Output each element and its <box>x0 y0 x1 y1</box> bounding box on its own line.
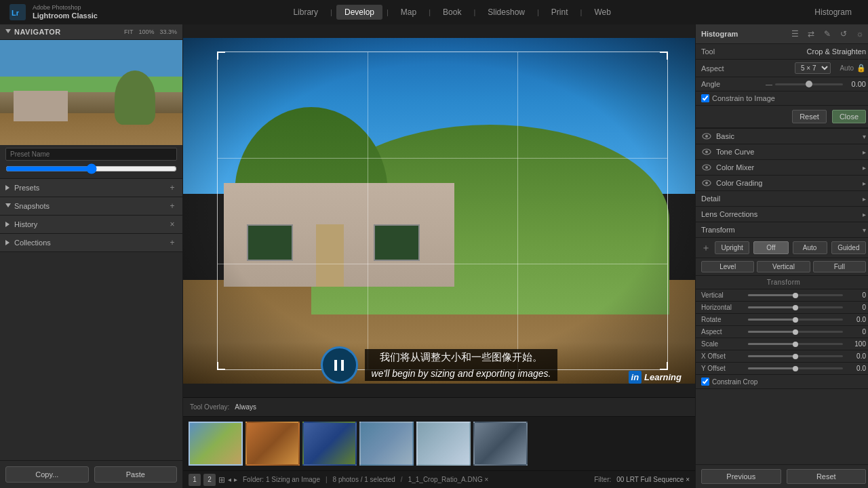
image-canvas[interactable]: 我们将从调整大小和一些图像开始。 we'll begin by sizing a… <box>183 24 695 397</box>
horizontal-value: 0 <box>846 304 866 311</box>
navigator-preview <box>0 40 182 145</box>
crop-reset-button[interactable]: Reset <box>792 110 827 123</box>
module-basic[interactable]: Basic ▾ <box>696 129 868 144</box>
zoom-100[interactable]: 100% <box>138 28 154 35</box>
color-grading-label: Color Grading <box>716 179 762 187</box>
aspect-lock-icon[interactable]: 🔒 <box>856 64 866 73</box>
presets-expand-icon <box>5 185 11 190</box>
filmstrip-thumb-3[interactable] <box>302 422 357 466</box>
nav-book[interactable]: Book <box>435 5 469 20</box>
full-btn[interactable]: Full <box>813 261 866 272</box>
upright-sub-row: Level Vertical Full <box>696 258 868 276</box>
presets-header[interactable]: Presets + <box>0 179 182 197</box>
snapshots-add-icon[interactable]: + <box>167 201 177 211</box>
snapshots-header[interactable]: Snapshots + <box>0 197 182 215</box>
history-header[interactable]: History × <box>0 216 182 233</box>
aspect-slider[interactable] <box>748 331 843 333</box>
horizontal-slider[interactable] <box>748 306 843 308</box>
yoffset-slider[interactable] <box>748 367 843 369</box>
rotate-slider[interactable] <box>748 319 843 321</box>
histogram-icon-1[interactable]: ☰ <box>789 28 801 40</box>
nav-print[interactable]: Print <box>543 5 576 20</box>
module-detail[interactable]: Detail ▸ <box>696 191 868 207</box>
scale-slider[interactable] <box>748 343 843 345</box>
filename: 1_1_Crop_Ratio_A.DNG × <box>408 476 489 483</box>
left-panel-bottom: Copy... Paste <box>0 460 182 488</box>
color-mixer-arrow: ▸ <box>863 164 866 171</box>
main-layout: Navigator FIT 100% 33.3% <box>0 24 868 488</box>
tone-curve-eye-icon[interactable] <box>701 148 712 156</box>
aspect-auto[interactable]: Auto <box>833 64 854 72</box>
zoom-fit[interactable]: FIT <box>124 28 134 35</box>
collections-header[interactable]: Collections + <box>0 234 182 251</box>
transform-header[interactable]: Transform ▾ <box>696 222 868 238</box>
crop-close-button[interactable]: Close <box>832 110 866 123</box>
previous-button[interactable]: Previous <box>701 469 781 484</box>
xoffset-slider[interactable] <box>748 355 843 357</box>
presets-add-icon[interactable]: + <box>167 183 177 192</box>
constrain-image-checkbox[interactable] <box>701 94 709 102</box>
histogram-icon-4[interactable]: ↺ <box>837 28 850 40</box>
reset-button[interactable]: Reset <box>787 469 867 484</box>
nav-library[interactable]: Library <box>285 5 326 20</box>
angle-slider[interactable] <box>775 83 843 85</box>
filmstrip-thumb-6[interactable] <box>473 422 528 466</box>
nav-map[interactable]: Map <box>393 5 425 20</box>
upright-plus-icon[interactable]: ＋ <box>701 242 711 254</box>
navigator-header[interactable]: Navigator FIT 100% 33.3% <box>0 24 182 40</box>
navigator-title: Navigator <box>14 28 61 36</box>
scale-slider-label: Scale <box>701 340 745 348</box>
module-tone-curve[interactable]: Tone Curve ▸ <box>696 144 868 160</box>
nav-web[interactable]: Web <box>586 5 618 20</box>
constrain-crop-checkbox[interactable] <box>701 378 709 386</box>
upright-btn[interactable]: Upright <box>715 241 749 254</box>
upright-guided-btn[interactable]: Guided <box>831 241 866 254</box>
page-1[interactable]: 1 <box>189 474 201 486</box>
folder-info: Folder: 1 Sizing an Image <box>243 476 320 483</box>
history-close-icon[interactable]: × <box>167 220 177 229</box>
module-color-grading[interactable]: Color Grading ▸ <box>696 176 868 191</box>
tool-overlay-value[interactable]: Always <box>235 403 256 411</box>
filmstrip-thumb-5[interactable] <box>416 422 471 466</box>
color-mixer-eye-icon[interactable] <box>701 163 712 171</box>
module-color-mixer[interactable]: Color Mixer ▸ <box>696 160 868 176</box>
nav-right: Histogram <box>806 5 860 20</box>
upright-off-btn[interactable]: Off <box>753 241 788 254</box>
basic-label: Basic <box>716 132 734 140</box>
histogram-icon-3[interactable]: ✎ <box>821 28 833 40</box>
nav-next-icon[interactable]: ▸ <box>234 476 237 483</box>
filmstrip-thumb-4[interactable] <box>359 422 414 466</box>
vertical-btn[interactable]: Vertical <box>757 261 810 272</box>
page-2[interactable]: 2 <box>203 474 216 486</box>
filmstrip-thumb-2[interactable] <box>245 422 300 466</box>
detail-arrow: ▸ <box>863 195 866 203</box>
preset-slider[interactable] <box>5 163 177 174</box>
upright-auto-btn[interactable]: Auto <box>793 241 827 254</box>
preset-name-input[interactable] <box>5 148 177 161</box>
level-btn[interactable]: Level <box>701 261 754 272</box>
histogram-toggle[interactable]: Histogram <box>806 5 860 20</box>
basic-eye-icon[interactable] <box>701 132 712 140</box>
rotate-value: 0.0 <box>846 316 866 323</box>
nav-develop[interactable]: Develop <box>336 5 382 20</box>
collections-add-icon[interactable]: + <box>167 238 177 247</box>
histogram-icon-2[interactable]: ⇄ <box>805 28 817 40</box>
paste-button[interactable]: Paste <box>94 466 178 483</box>
nav-slideshow[interactable]: Slideshow <box>479 5 533 20</box>
navigator-collapse-icon <box>5 29 11 35</box>
aspect-dropdown[interactable]: 5 × 7 <box>795 62 831 74</box>
yoffset-slider-row: Y Offset 0.0 <box>696 363 868 375</box>
nav-prev-icon[interactable]: ◂ <box>228 476 231 483</box>
filter-value[interactable]: 00 LRT Full Sequence × <box>616 476 690 483</box>
module-lens-corrections[interactable]: Lens Corrections ▸ <box>696 207 868 222</box>
svg-point-7 <box>705 150 708 153</box>
app-logo-area: Lr Adobe Photoshop Lightroom Classic <box>8 3 98 22</box>
color-grading-eye-icon[interactable] <box>701 179 712 187</box>
zoom-33[interactable]: 33.3% <box>159 28 177 35</box>
filmstrip-thumb-1[interactable] <box>189 422 243 466</box>
history-label: History <box>14 220 37 228</box>
vertical-slider[interactable] <box>748 294 843 296</box>
view-grid-icon[interactable]: ⊞ <box>218 475 225 485</box>
histogram-icon-5[interactable]: ☼ <box>854 28 866 40</box>
copy-button[interactable]: Copy... <box>5 466 89 483</box>
